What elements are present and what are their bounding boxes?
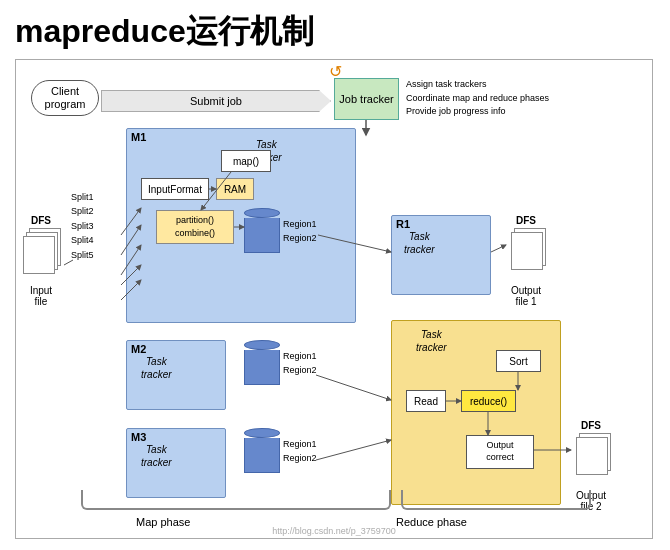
m1-label: M1 [131,131,146,143]
dfs-output1: DFS Outputfile 1 [506,215,546,307]
brace-map [81,490,391,510]
splits-box: Split1 Split2 Split3 Split4 Split5 [71,190,94,262]
reduce-phase-label: Reduce phase [396,516,467,528]
m2-region-labels: Region1 Region2 [283,350,317,377]
job-tracker-box: Job tracker [334,78,399,120]
file-stack [21,228,61,283]
dfs-label: DFS [31,215,51,226]
task-tracker-m3: Tasktracker [141,443,172,469]
m1-cylinder [244,208,280,253]
m3-cylinder [244,428,280,473]
submit-job-arrow: Submit job [101,90,331,112]
dfs-output2-label: DFS [581,420,601,431]
map-box: map() [221,150,271,172]
svg-line-11 [491,245,506,252]
brace-reduce [401,490,591,510]
sort-box: Sort [496,350,541,372]
task-tracker-r1: Tasktracker [404,230,435,256]
file-stack-output1 [506,228,546,283]
ram-box: RAM [216,178,254,200]
file-stack-output2 [571,433,611,488]
output-correct-box: Outputcorrect [466,435,534,469]
partition-box: partition()combine() [156,210,234,244]
m2-label: M2 [131,343,146,355]
task-tracker-reduce: Tasktracker [416,328,447,354]
watermark: http://blog.csdn.net/p_3759700 [272,526,396,536]
m3-label: M3 [131,431,146,443]
m1-region-labels: Region1 Region2 [283,218,317,245]
svg-line-12 [316,375,391,400]
diagram-container: ↺ Client program Submit job Job tracker … [15,59,653,539]
m3-region-labels: Region1 Region2 [283,438,317,465]
input-file-label: Inputfile [30,285,52,307]
job-tracker-desc: Assign task trackers Coordinate map and … [406,78,549,119]
m2-cylinder [244,340,280,385]
inputformat-box: InputFormat [141,178,209,200]
r1-label: R1 [396,218,410,230]
page-title: mapreduce运行机制 [0,0,670,59]
client-program-box: Client program [31,80,99,116]
svg-line-13 [316,440,391,460]
map-phase-label: Map phase [136,516,190,528]
read-box: Read [406,390,446,412]
task-tracker-m2: Tasktracker [141,355,172,381]
dfs-output1-label: DFS [516,215,536,226]
reduce-func-box: reduce() [461,390,516,412]
output-file-1-label: Outputfile 1 [511,285,541,307]
dfs-left: DFS Inputfile [21,215,61,307]
